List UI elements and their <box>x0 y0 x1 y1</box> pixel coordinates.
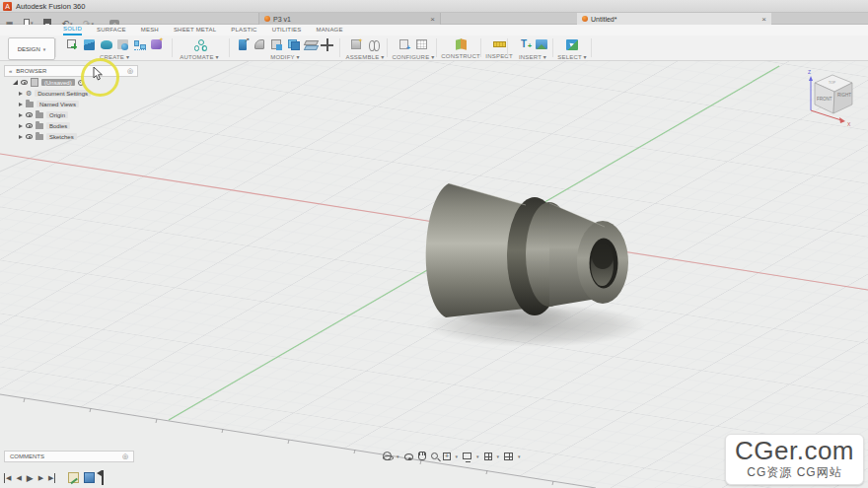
pan-hand-icon[interactable] <box>418 452 426 460</box>
watermark-title: CGer.com <box>735 436 854 466</box>
configure-menu[interactable]: CONFIGURE ▾ <box>391 53 436 60</box>
close-tab-icon[interactable]: × <box>430 15 435 24</box>
primitive-button[interactable] <box>115 37 130 51</box>
create-sketch-button[interactable] <box>65 37 80 51</box>
select-cursor-icon <box>566 39 578 50</box>
tree-item-label[interactable]: Origin <box>46 111 68 118</box>
tab-manage[interactable]: MANAGE <box>316 26 342 35</box>
root-component-label[interactable]: (Unsaved) <box>41 79 75 86</box>
visibility-eye-icon[interactable] <box>26 134 33 139</box>
timeline-go-to-end-button[interactable]: ▶ <box>48 473 55 483</box>
press-pull-button[interactable] <box>236 37 251 51</box>
measure-button[interactable] <box>492 37 507 51</box>
fit-icon[interactable] <box>443 453 451 460</box>
plastic-feature-button[interactable] <box>149 37 164 51</box>
select-menu[interactable]: SELECT ▾ <box>556 53 588 60</box>
browser-filter-icon[interactable]: ◎ <box>127 67 133 75</box>
orbit-icon[interactable] <box>383 452 392 460</box>
shell-button[interactable] <box>269 37 284 51</box>
expand-arrow-icon[interactable] <box>19 124 23 128</box>
section-create: CREATE ▾ <box>59 36 170 60</box>
config-table-button[interactable] <box>414 37 429 51</box>
collapse-panel-icon[interactable]: « <box>9 68 12 74</box>
timeline-position-marker[interactable] <box>102 470 104 485</box>
tab-plastic[interactable]: PLASTIC <box>231 26 256 35</box>
close-tab-icon[interactable]: × <box>761 15 766 24</box>
pipe-button[interactable] <box>132 37 147 51</box>
visibility-eye-icon[interactable] <box>21 80 28 85</box>
look-at-icon[interactable] <box>404 453 413 460</box>
expand-arrow-icon[interactable] <box>19 113 23 117</box>
automate-menu[interactable]: AUTOMATE ▾ <box>176 53 223 60</box>
document-icon <box>31 78 38 87</box>
automate-icon <box>193 38 206 50</box>
tab-surface[interactable]: SURFACE <box>97 26 126 35</box>
comments-menu-icon[interactable]: ◎ <box>122 453 128 460</box>
z-axis-label: Z <box>808 69 811 75</box>
construct-plane-button[interactable] <box>454 37 469 51</box>
timeline-play-button[interactable]: ▶ <box>27 473 34 483</box>
ribbon-tab-bar: SOLID SURFACE MESH SHEET METAL PLASTIC U… <box>0 25 868 35</box>
ribbon-separator <box>172 38 173 57</box>
joint-button[interactable] <box>366 37 381 51</box>
document-tab-untitled[interactable]: Untitled* × <box>577 13 771 25</box>
move-copy-button[interactable] <box>320 37 334 51</box>
create-menu[interactable]: CREATE ▾ <box>59 53 170 60</box>
view-cube[interactable]: FRONT RIGHT TOP Z X <box>801 67 864 130</box>
viewports-icon[interactable] <box>504 453 513 460</box>
browser-row-bodies[interactable]: Bodies <box>4 120 138 131</box>
browser-row-sketches[interactable]: Sketches <box>4 131 138 142</box>
timeline-go-to-start-button[interactable]: ◀ <box>4 473 11 483</box>
split-body-button[interactable] <box>303 37 318 51</box>
fillet-button[interactable] <box>253 37 267 51</box>
combine-button[interactable] <box>286 37 301 51</box>
document-tab-p3[interactable]: P3 v1 × <box>258 13 441 25</box>
component-expand-icon[interactable] <box>13 80 18 85</box>
workspace-selector-button[interactable]: DESIGN▾ <box>8 37 55 60</box>
comments-panel[interactable]: COMMENTS ◎ <box>4 451 134 462</box>
tab-utilities[interactable]: UTILITIES <box>272 26 302 35</box>
tree-item-label[interactable]: Document Settings <box>35 90 91 97</box>
model-bore-shadow <box>592 244 614 269</box>
timeline-step-back-button[interactable]: ◀ <box>16 473 21 483</box>
visibility-eye-icon[interactable] <box>26 112 33 117</box>
tree-item-label[interactable]: Named Views <box>36 101 79 107</box>
new-component-button[interactable] <box>349 37 364 51</box>
fillet-icon <box>254 39 264 49</box>
tree-item-label[interactable]: Bodies <box>46 122 70 129</box>
assemble-menu[interactable]: ASSEMBLE ▾ <box>343 53 387 60</box>
grid-settings-icon[interactable] <box>484 453 492 460</box>
expand-arrow-icon[interactable] <box>19 92 23 96</box>
tab-mesh[interactable]: MESH <box>141 26 159 35</box>
modify-menu[interactable]: MODIFY ▾ <box>233 53 337 60</box>
insert-canvas-button[interactable] <box>534 37 548 51</box>
folder-icon <box>36 134 43 140</box>
ribbon-separator <box>480 38 481 57</box>
fusion-doc-icon <box>264 16 270 22</box>
tab-sheet-metal[interactable]: SHEET METAL <box>174 26 216 35</box>
pipe-icon <box>134 39 146 50</box>
watermark: CGer.com CG资源 CG网站 <box>725 434 864 485</box>
tab-solid[interactable]: SOLID <box>63 25 82 35</box>
browser-row-origin[interactable]: Origin <box>4 109 138 120</box>
folder-icon <box>36 112 43 118</box>
create-form-button[interactable] <box>99 37 113 51</box>
timeline-extrude-feature-icon[interactable] <box>84 472 95 483</box>
extrude-box-button[interactable] <box>82 37 97 51</box>
configuration-button[interactable] <box>398 37 412 51</box>
display-settings-icon[interactable] <box>463 453 471 459</box>
mouse-cursor <box>93 67 105 81</box>
insert-menu[interactable]: INSERT ▾ <box>511 53 554 60</box>
expand-arrow-icon[interactable] <box>19 135 23 139</box>
automate-button[interactable] <box>192 37 207 51</box>
browser-row-document-settings[interactable]: ⚙ Document Settings <box>4 88 138 99</box>
timeline-step-forward-button[interactable]: ▶ <box>38 473 43 483</box>
timeline-sketch-feature-icon[interactable] <box>68 472 79 483</box>
browser-row-named-views[interactable]: Named Views <box>4 99 138 109</box>
visibility-eye-icon[interactable] <box>26 123 33 128</box>
zoom-icon[interactable] <box>431 453 438 459</box>
select-button[interactable] <box>565 37 580 51</box>
tree-item-label[interactable]: Sketches <box>46 133 77 140</box>
insert-derive-button[interactable]: T <box>517 37 532 51</box>
expand-arrow-icon[interactable] <box>19 103 23 106</box>
